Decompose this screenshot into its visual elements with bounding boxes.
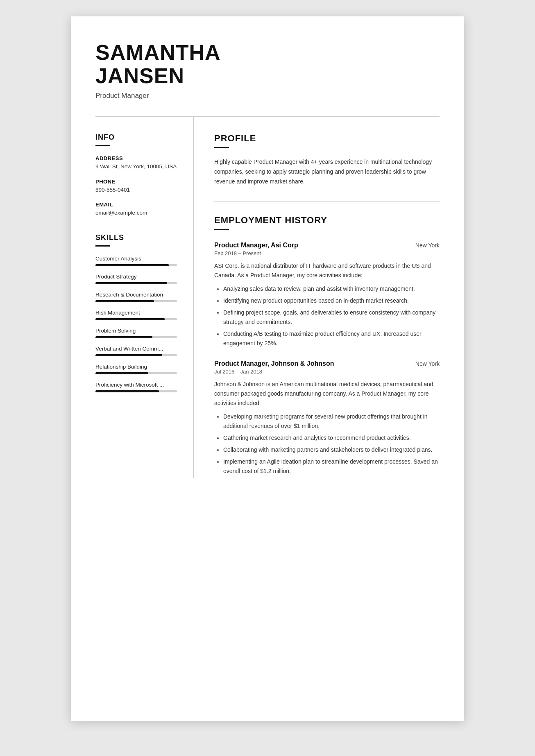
- candidate-name: SAMANTHA JANSEN: [95, 41, 440, 88]
- profile-section: PROFILE Highly capable Product Manager w…: [214, 133, 440, 186]
- resume-header: SAMANTHA JANSEN Product Manager: [95, 41, 440, 112]
- skill-bar-bg: [95, 390, 177, 392]
- name-line1: SAMANTHA: [95, 41, 221, 64]
- skill-bar-bg: [95, 300, 177, 302]
- skill-bar-fill: [95, 336, 152, 338]
- profile-underline: [214, 147, 229, 148]
- bullet-item: Identifying new product opportunities ba…: [223, 296, 440, 306]
- employment-section: EMPLOYMENT HISTORY Product Manager, Asi …: [214, 215, 440, 476]
- bullet-item: Implementing an Agile ideation plan to s…: [223, 457, 440, 476]
- skill-name: Problem Solving: [95, 328, 177, 334]
- skill-item: Problem Solving: [95, 328, 177, 338]
- skill-bar-bg: [95, 336, 177, 338]
- job-location: New York: [415, 242, 440, 249]
- skill-item: Verbal and Written Comm...: [95, 346, 177, 356]
- address-value: 9 Wall St, New York, 10005, USA: [95, 163, 177, 171]
- skill-item: Relationship Building: [95, 364, 177, 374]
- address-label: ADDRESS: [95, 155, 177, 161]
- skill-item: Research & Documentation: [95, 292, 177, 302]
- skill-bar-fill: [95, 372, 148, 374]
- bullet-item: Analyzing sales data to review, plan and…: [223, 284, 440, 294]
- skill-bar-fill: [95, 300, 154, 302]
- skill-bar-fill: [95, 282, 167, 284]
- skill-name: Proficiency with Microsoft ...: [95, 382, 177, 388]
- skill-item: Risk Management: [95, 310, 177, 320]
- profile-text: Highly capable Product Manager with 4+ y…: [214, 157, 440, 186]
- skill-item: Product Strategy: [95, 274, 177, 284]
- main-divider: [214, 201, 440, 202]
- skill-bar-bg: [95, 318, 177, 320]
- skill-name: Customer Analysis: [95, 256, 177, 262]
- body-layout: INFO ADDRESS 9 Wall St, New York, 10005,…: [95, 117, 440, 478]
- name-line2: JANSEN: [95, 64, 184, 88]
- email-label: EMAIL: [95, 201, 177, 208]
- info-underline: [95, 145, 110, 146]
- info-section-title: INFO: [95, 133, 177, 142]
- skills-section-title: SKILLS: [95, 233, 177, 242]
- phone-label: PHONE: [95, 179, 177, 185]
- skills-section: SKILLS Customer Analysis Product Strateg…: [95, 233, 177, 392]
- job-dates: Jul 2016 – Jan 2018: [214, 369, 440, 375]
- profile-title: PROFILE: [214, 133, 440, 144]
- job-title: Product Manager, Asi Corp: [214, 242, 298, 249]
- skills-underline: [95, 245, 110, 247]
- bullet-item: Defining project scope, goals, and deliv…: [223, 308, 440, 327]
- skill-bar-bg: [95, 354, 177, 356]
- skill-bar-fill: [95, 390, 159, 392]
- job-header: Product Manager, Johnson & Johnson New Y…: [214, 360, 440, 367]
- skill-item: Customer Analysis: [95, 256, 177, 266]
- skill-name: Verbal and Written Comm...: [95, 346, 177, 352]
- job-dates: Feb 2018 – Present: [214, 250, 440, 256]
- skill-bar-bg: [95, 372, 177, 374]
- sidebar: INFO ADDRESS 9 Wall St, New York, 10005,…: [95, 117, 194, 478]
- job-bullets: Developing marketing programs for severa…: [214, 412, 440, 476]
- jobs-list: Product Manager, Asi Corp New York Feb 2…: [214, 242, 440, 476]
- skill-bar-fill: [95, 354, 162, 356]
- employment-underline: [214, 229, 229, 230]
- skill-bar-bg: [95, 282, 177, 284]
- main-content: PROFILE Highly capable Product Manager w…: [194, 117, 440, 478]
- skill-item: Proficiency with Microsoft ...: [95, 382, 177, 392]
- job-entry: Product Manager, Johnson & Johnson New Y…: [214, 360, 440, 476]
- employment-title: EMPLOYMENT HISTORY: [214, 215, 440, 226]
- bullet-item: Developing marketing programs for severa…: [223, 412, 440, 431]
- phone-value: 890-555-0401: [95, 186, 177, 194]
- job-location: New York: [415, 360, 440, 367]
- skill-name: Research & Documentation: [95, 292, 177, 298]
- bullet-item: Gathering market research and analytics …: [223, 433, 440, 443]
- skills-list: Customer Analysis Product Strategy Resea…: [95, 256, 177, 392]
- email-value: email@example.com: [95, 209, 177, 217]
- job-description: Johnson & Johnson is an American multina…: [214, 380, 440, 408]
- skill-name: Relationship Building: [95, 364, 177, 370]
- resume-document: SAMANTHA JANSEN Product Manager INFO ADD…: [71, 16, 464, 721]
- skill-name: Risk Management: [95, 310, 177, 316]
- job-title: Product Manager, Johnson & Johnson: [214, 360, 334, 367]
- job-entry: Product Manager, Asi Corp New York Feb 2…: [214, 242, 440, 349]
- skill-bar-fill: [95, 264, 169, 266]
- skill-bar-bg: [95, 264, 177, 266]
- skill-bar-fill: [95, 318, 165, 320]
- job-description: ASI Corp. is a national distributor of I…: [214, 261, 440, 280]
- bullet-item: Collaborating with marketing partners an…: [223, 445, 440, 455]
- skill-name: Product Strategy: [95, 274, 177, 280]
- candidate-title: Product Manager: [95, 92, 440, 100]
- bullet-item: Conducting A/B testing to maximize produ…: [223, 329, 440, 348]
- job-bullets: Analyzing sales data to review, plan and…: [214, 284, 440, 349]
- job-header: Product Manager, Asi Corp New York: [214, 242, 440, 249]
